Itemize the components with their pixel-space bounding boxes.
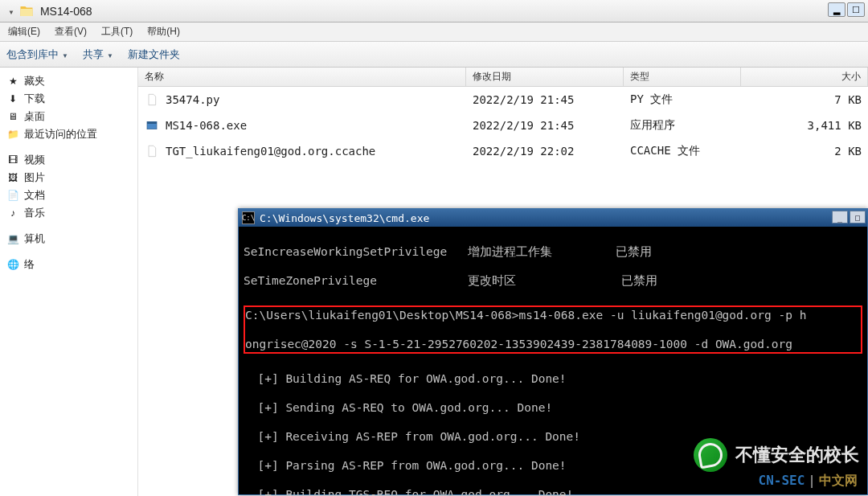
video-icon: 🎞 <box>6 154 19 166</box>
sidebar-desktop[interactable]: 🖥桌面 <box>3 108 134 125</box>
sidebar-network[interactable]: 🌐络 <box>3 256 134 273</box>
menu-edit[interactable]: 编辑(E) <box>8 25 40 39</box>
computer-icon: 💻 <box>6 232 19 245</box>
wechat-icon <box>694 438 727 472</box>
highlighted-command: C:\Users\liukaifeng01\Desktop\MS14-068>m… <box>244 305 862 354</box>
window-title: MS14-068 <box>37 5 92 18</box>
cmd-icon: C:\ <box>242 211 255 224</box>
nav-dropdown[interactable] <box>3 6 16 16</box>
cmd-maximize-button[interactable]: □ <box>850 211 866 223</box>
exe-icon <box>145 118 159 133</box>
file-name: TGT_liukaifeng01@god.org.ccache <box>166 145 375 158</box>
toolbar: 包含到库中 共享 新建文件夹 <box>0 42 868 68</box>
watermark-sub2: 中文网 <box>819 473 858 488</box>
sidebar-documents[interactable]: 📄文档 <box>3 187 134 204</box>
sidebar-computer[interactable]: 💻算机 <box>3 230 134 248</box>
file-row[interactable]: TGT_liukaifeng01@god.org.ccache 2022/2/1… <box>138 138 868 164</box>
cmd-window[interactable]: C:\ C:\Windows\system32\cmd.exe _ □ SeIn… <box>238 208 868 495</box>
column-headers: 名称 修改日期 类型 大小 <box>138 68 868 87</box>
cmd-line: ongrisec@2020 -s S-1-5-21-2952760202-135… <box>245 337 861 351</box>
file-type: CCACHE 文件 <box>624 144 741 158</box>
cmd-line: SeIncreaseWorkingSetPrivilege 增加进程工作集 已禁… <box>244 244 862 259</box>
column-type[interactable]: 类型 <box>624 68 741 86</box>
cmd-titlebar[interactable]: C:\ C:\Windows\system32\cmd.exe _ □ <box>239 209 867 227</box>
file-size: 2 KB <box>741 145 868 158</box>
cmd-line: C:\Users\liukaifeng01\Desktop\MS14-068>m… <box>245 308 861 322</box>
menu-view[interactable]: 查看(V) <box>55 25 87 39</box>
sidebar-music[interactable]: ♪音乐 <box>3 204 134 222</box>
sub-watermark: CN-SEC|中文网 <box>759 473 858 490</box>
file-type: PY 文件 <box>624 92 741 107</box>
sidebar-favorites[interactable]: ★藏夹 <box>3 72 134 90</box>
cmd-line: SeTimeZonePrivilege 更改时区 已禁用 <box>244 273 862 288</box>
menu-bar: 编辑(E) 查看(V) 工具(T) 帮助(H) <box>0 23 868 42</box>
file-row[interactable]: 35474.py 2022/2/19 21:45 PY 文件 7 KB <box>138 87 868 113</box>
cmd-title-text: C:\Windows\system32\cmd.exe <box>260 212 429 224</box>
toolbar-new-folder[interactable]: 新建文件夹 <box>128 47 180 62</box>
desktop-icon: 🖥 <box>6 110 19 123</box>
file-name: MS14-068.exe <box>166 119 247 132</box>
window-minimize-button[interactable]: ▂ <box>828 2 845 17</box>
music-icon: ♪ <box>6 207 19 219</box>
cmd-minimize-button[interactable]: _ <box>832 211 848 223</box>
toolbar-share[interactable]: 共享 <box>83 47 113 62</box>
file-type: 应用程序 <box>624 118 741 133</box>
explorer-titlebar: MS14-068 ▂ ☐ <box>0 0 868 23</box>
column-size[interactable]: 大小 <box>741 68 868 86</box>
recent-icon: 📁 <box>6 128 19 141</box>
file-size: 3,411 KB <box>741 119 868 132</box>
folder-icon <box>19 4 34 18</box>
download-icon: ⬇ <box>6 92 19 105</box>
file-list: 35474.py 2022/2/19 21:45 PY 文件 7 KB MS14… <box>138 87 868 164</box>
menu-help[interactable]: 帮助(H) <box>147 25 180 39</box>
toolbar-include-label: 包含到库中 <box>6 47 59 62</box>
window-maximize-button[interactable]: ☐ <box>847 2 865 17</box>
toolbar-newfolder-label: 新建文件夹 <box>128 47 180 62</box>
watermark-sub1: CN-SEC <box>759 473 805 488</box>
menu-tools[interactable]: 工具(T) <box>101 25 133 39</box>
file-date: 2022/2/19 22:02 <box>466 145 624 158</box>
document-icon: 📄 <box>6 189 19 202</box>
sidebar-recent[interactable]: 📁最近访问的位置 <box>3 125 134 143</box>
file-icon <box>145 144 159 158</box>
watermark-sep: | <box>805 473 819 488</box>
file-date: 2022/2/19 21:45 <box>466 93 624 106</box>
star-icon: ★ <box>6 75 19 88</box>
sidebar-videos[interactable]: 🎞视频 <box>3 151 134 169</box>
file-row[interactable]: MS14-068.exe 2022/2/19 21:45 应用程序 3,411 … <box>138 113 868 138</box>
file-date: 2022/2/19 21:45 <box>466 119 624 132</box>
watermark-text: 不懂安全的校长 <box>735 443 859 467</box>
file-size: 7 KB <box>741 93 868 106</box>
toolbar-include-in-library[interactable]: 包含到库中 <box>6 47 68 62</box>
toolbar-share-label: 共享 <box>83 47 104 62</box>
svg-rect-1 <box>147 121 157 124</box>
chevron-down-icon <box>107 48 113 60</box>
sidebar-pictures[interactable]: 🖼图片 <box>3 169 134 187</box>
column-name[interactable]: 名称 <box>138 68 466 86</box>
file-name: 35474.py <box>166 93 219 106</box>
cmd-output: [+] Sending AS-REQ to OWA.god.org... Don… <box>244 400 862 415</box>
network-icon: 🌐 <box>6 258 19 271</box>
cmd-output: [+] Building AS-REQ for OWA.god.org... D… <box>244 371 862 386</box>
navigation-pane: ★藏夹 ⬇下载 🖥桌面 📁最近访问的位置 🎞视频 🖼图片 📄文档 ♪音乐 💻算机… <box>0 68 138 496</box>
file-icon <box>145 92 159 107</box>
chevron-down-icon <box>62 48 68 60</box>
column-modified[interactable]: 修改日期 <box>466 68 624 86</box>
picture-icon: 🖼 <box>6 171 19 184</box>
sidebar-downloads[interactable]: ⬇下载 <box>3 90 134 108</box>
watermark: 不懂安全的校长 <box>694 438 859 472</box>
